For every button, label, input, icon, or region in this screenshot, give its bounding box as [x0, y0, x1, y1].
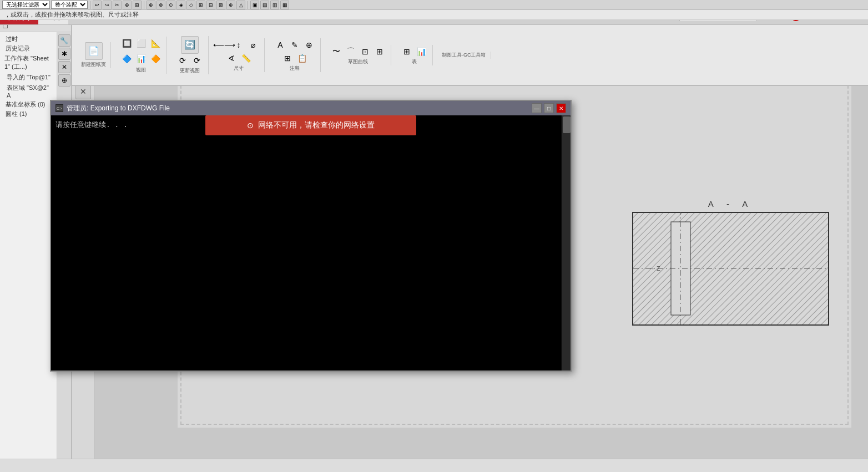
toolbar-icon-7[interactable]: ⊗: [157, 1, 165, 9]
toolbar-icon-17[interactable]: ▤: [260, 1, 269, 9]
dim-icon-2[interactable]: ↕: [232, 38, 245, 52]
ribbon-content: 📄 新建图纸页 🔲 ⬜ 📐 🔷 📊 🔶 视图 🔄 ⟳ ⟳ 更新视图 ⟵⟶: [72, 25, 868, 86]
view-icon-2[interactable]: ⬜: [134, 37, 148, 50]
table-icon-2[interactable]: 📊: [415, 45, 428, 58]
cmd-title-bar[interactable]: C> 管理员: Exporting to DXFDWG File — □ ✕: [51, 101, 571, 115]
toolbar-icon-16[interactable]: ▣: [250, 1, 259, 9]
cmd-restore-btn[interactable]: □: [544, 103, 554, 113]
view-icon-6[interactable]: 🔶: [149, 52, 162, 65]
dim-icon-5[interactable]: 📏: [239, 52, 253, 65]
gc-group-label: 制图工具-GC工具箱: [442, 52, 486, 59]
annot-icon-5[interactable]: 📋: [295, 52, 309, 65]
toolbar-icon-2[interactable]: ↪: [103, 1, 112, 9]
cmd-minimize-btn[interactable]: —: [532, 103, 542, 113]
error-icon: ⊙: [247, 121, 254, 130]
history-text: 历史记录: [6, 45, 30, 52]
view-group-label: 视图: [136, 67, 146, 74]
toolbar-icon-18[interactable]: ▥: [270, 1, 279, 9]
left-icon-3[interactable]: ✕: [58, 61, 70, 73]
filter-combo[interactable]: 无选择过滤器: [2, 1, 50, 9]
cylinder-text: 圆柱 (1): [6, 110, 27, 117]
error-message: 网络不可用，请检查你的网络设置: [258, 120, 375, 130]
group-icons: 📄 新建图纸页: [81, 42, 106, 68]
group-dim: ⟵⟶ ↕ ⌀ ∢ 📏 尺寸: [213, 38, 265, 72]
left-item-cylinder[interactable]: 圆柱 (1): [2, 109, 54, 119]
toolbar-icon-1[interactable]: ↩: [93, 1, 102, 9]
sketch-icon-4[interactable]: ⊞: [373, 45, 386, 58]
section-label: A - A: [632, 199, 829, 209]
left-zone[interactable]: 表区域 "SX@2" A: [2, 83, 54, 100]
toolbar-icon-6[interactable]: ⊕: [147, 1, 155, 9]
left-item-filter[interactable]: 过时: [2, 34, 54, 44]
annot-icon-2[interactable]: ✎: [288, 38, 301, 52]
toolbar-icon-13[interactable]: ⊠: [216, 1, 225, 9]
section-label-text: A - A: [708, 199, 754, 209]
section-svg: → Z: [632, 212, 829, 326]
group-new-page: 📄 新建图纸页: [77, 42, 111, 68]
dim-icon-1[interactable]: ⟵⟶: [218, 38, 231, 52]
left-import[interactable]: 导入的 "Top@1": [2, 72, 54, 83]
update-icon[interactable]: 🔄: [181, 36, 199, 54]
sketch-icon-2[interactable]: ⌒: [344, 45, 357, 58]
zone-text: 表区域 "SX@2" A: [7, 84, 49, 99]
scrollbar-thumb[interactable]: [563, 116, 571, 133]
view-icon-3[interactable]: 📐: [149, 37, 162, 50]
view-icon-1[interactable]: 🔲: [120, 37, 133, 50]
csys-text: 基准坐标系 (0): [6, 101, 46, 108]
left-item-history[interactable]: 历史记录: [2, 44, 54, 53]
toolbar-icon-8[interactable]: ⊙: [166, 1, 175, 9]
view-icons-top: 🔲 ⬜ 📐: [120, 37, 162, 50]
network-error-bar: ⊙ 网络不可用，请检查你的网络设置: [205, 115, 416, 135]
cmd-app-icon: C>: [55, 104, 63, 112]
toolbar-icon-12[interactable]: ⊟: [206, 1, 215, 9]
sketch-group-label: 草图曲线: [348, 58, 368, 65]
left-item-csys[interactable]: 基准坐标系 (0): [2, 100, 54, 109]
toolbar-icon-14[interactable]: ⊕: [226, 1, 235, 9]
group-annot: A ✎ ⊕ ⊞ 📋 注释: [269, 38, 321, 72]
annot-icon-1[interactable]: A: [274, 38, 287, 52]
group-gc: 制图工具-GC工具箱: [437, 52, 491, 59]
table-icon-1[interactable]: ⊞: [400, 45, 413, 58]
hint-line: ，或双击，或按住并拖动来移动视图、尺寸或注释: [0, 10, 868, 20]
new-page-icon[interactable]: 📄: [85, 42, 103, 60]
group-sketch: 〜 ⌒ ⊡ ⊞ 草图曲线: [325, 45, 391, 65]
vert-icon-3[interactable]: ✕: [75, 84, 91, 99]
table-group-label: 表: [412, 58, 417, 65]
view-icon-5[interactable]: 📊: [134, 52, 148, 65]
toolbar-icon-11[interactable]: ⊞: [196, 1, 205, 9]
left-icon-4[interactable]: ⊕: [58, 74, 70, 87]
toolbar-icon-9[interactable]: ◈: [176, 1, 185, 9]
cmd-window: C> 管理员: Exporting to DXFDWG File — □ ✕ ⊙…: [50, 100, 572, 372]
annot-group-label: 注释: [290, 65, 300, 72]
filter-text: 过时: [6, 35, 18, 42]
left-work-sheet[interactable]: 工作作表 "Sheet 1" (工...): [2, 53, 54, 72]
dim-group-label: 尺寸: [234, 65, 244, 72]
cmd-close-btn[interactable]: ✕: [556, 103, 566, 113]
dim-icon-3[interactable]: ⌀: [246, 38, 260, 52]
view-icon-4[interactable]: 🔷: [120, 52, 133, 65]
hint-text: ，或双击，或按住并拖动来移动视图、尺寸或注释: [4, 11, 139, 19]
update-icon-2[interactable]: ⟳: [176, 54, 189, 67]
toolbar-icon-5[interactable]: ⊞: [133, 1, 142, 9]
left-icon-2[interactable]: ✱: [58, 48, 70, 60]
cmd-scrollbar[interactable]: [562, 115, 571, 371]
left-icon-1[interactable]: 🔧: [58, 34, 70, 47]
status-bar: [0, 459, 868, 472]
update-group-label: 更新视图: [180, 67, 200, 74]
toolbar-icon-10[interactable]: ◇: [186, 1, 195, 9]
dim-icon-4[interactable]: ∢: [225, 52, 238, 65]
update-icon-3[interactable]: ⟳: [190, 54, 204, 67]
cmd-body[interactable]: 请按任意键继续. . .: [51, 115, 571, 371]
sketch-icon-1[interactable]: 〜: [330, 45, 343, 58]
separator: [90, 1, 90, 9]
annot-icon-3[interactable]: ⊕: [302, 38, 316, 52]
toolbar-icon-19[interactable]: ▦: [280, 1, 289, 9]
assembly-combo[interactable]: 整个装配: [51, 1, 88, 9]
annot-icon-4[interactable]: ⊞: [281, 52, 294, 65]
toolbar-icon-15[interactable]: △: [236, 1, 245, 9]
separator3: [248, 1, 248, 9]
new-page-label: 新建图纸页: [81, 61, 106, 68]
sketch-icon-3[interactable]: ⊡: [359, 45, 372, 58]
toolbar-icon-4[interactable]: ⊕: [123, 1, 132, 9]
toolbar-icon-3[interactable]: ✂: [113, 1, 122, 9]
